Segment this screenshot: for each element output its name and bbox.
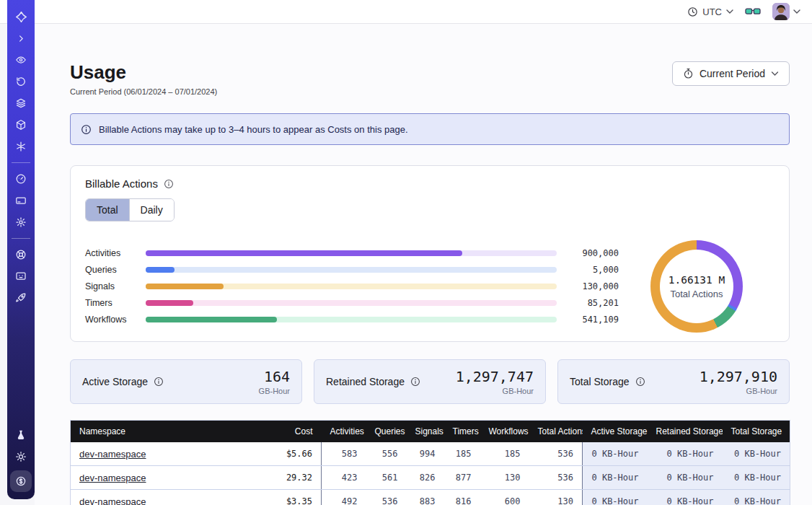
3d-glasses-icon: [745, 6, 761, 17]
cell-workflows: 600: [480, 490, 529, 505]
dollar-coin-icon[interactable]: [10, 470, 32, 492]
billable-view-tabs: Total Daily: [85, 198, 175, 221]
info-icon[interactable]: [410, 377, 420, 387]
cell-total-actions: 536: [529, 442, 583, 466]
col-total-storage: Total Storage: [723, 421, 790, 443]
bar-value: 900,000: [567, 248, 619, 258]
bar-value: 85,201: [567, 298, 619, 308]
activities-bar: [146, 250, 557, 256]
total-storage-value: 1,297,910: [700, 368, 777, 385]
table-row: dev-namespace 29.32 423 561 826 877 130 …: [71, 466, 790, 490]
namespace-link[interactable]: dev-namespace: [79, 449, 146, 460]
total-storage-unit: GB-Hour: [700, 387, 777, 395]
cell-active-storage: 0 KB-Hour: [583, 490, 648, 505]
bar-label: Activities: [85, 248, 136, 258]
namespace-link[interactable]: dev-namespace: [79, 473, 146, 483]
cell-retained-storage: 0 KB-Hour: [648, 466, 723, 490]
table-header-row: Namespace Cost Activities Queries Signal…: [71, 421, 790, 443]
bar-label: Workflows: [85, 315, 136, 325]
bar-row-timers: Timers 85,201: [85, 298, 619, 308]
cube-icon[interactable]: [11, 115, 31, 134]
cell-timers: 816: [444, 490, 480, 505]
stopwatch-icon: [683, 68, 694, 79]
cell-total-actions: 130: [529, 490, 583, 505]
left-nav: [7, 0, 35, 499]
col-workflows: Workflows: [480, 421, 529, 443]
chevron-down-icon: [793, 9, 800, 14]
avatar: [772, 3, 790, 20]
timezone-label: UTC: [702, 6, 722, 17]
cell-workflows: 185: [480, 442, 529, 466]
col-total-actions: Total Actions: [529, 421, 583, 443]
eye-icon[interactable]: [11, 50, 31, 69]
credit-card-icon[interactable]: [11, 191, 31, 210]
cell-workflows: 130: [480, 466, 529, 490]
bar-value: 541,109: [567, 315, 619, 325]
cell-signals: 883: [407, 490, 444, 505]
namespace-usage-table: Namespace Cost Activities Queries Signal…: [70, 420, 790, 505]
cell-namespace: dev-namespace: [71, 442, 273, 466]
donut-total-label: Total Actions: [671, 289, 723, 299]
cell-queries: 536: [366, 490, 407, 505]
tab-total[interactable]: Total: [86, 199, 129, 221]
asterisk-icon[interactable]: [11, 137, 31, 156]
bar-row-workflows: Workflows 541,109: [85, 315, 619, 325]
feedback-glasses-button[interactable]: [745, 6, 761, 17]
rocket-icon[interactable]: [11, 289, 31, 307]
page-header: Usage Current Period (06/01/2024 – 07/01…: [70, 61, 790, 96]
gear-icon[interactable]: [11, 213, 31, 232]
gauge-icon[interactable]: [11, 170, 31, 188]
signals-bar: [146, 284, 557, 289]
active-storage-card: Active Storage 164 GB-Hour: [70, 359, 302, 404]
cell-total-storage: 0 KB-Hour: [723, 466, 790, 490]
active-storage-unit: GB-Hour: [259, 387, 290, 395]
col-activities: Activities: [322, 421, 366, 443]
cell-timers: 877: [444, 466, 480, 490]
info-icon[interactable]: [154, 377, 164, 387]
col-cost: Cost: [273, 421, 322, 443]
lifebuoy-icon[interactable]: [11, 245, 31, 264]
main-content: Usage Current Period (06/01/2024 – 07/01…: [35, 24, 812, 505]
col-active-storage: Active Storage: [583, 421, 648, 443]
cell-retained-storage: 0 KB-Hour: [648, 442, 723, 466]
cell-activities: 492: [322, 490, 366, 505]
timezone-dropdown[interactable]: UTC: [687, 6, 733, 17]
cell-active-storage: 0 KB-Hour: [583, 442, 648, 466]
layers-icon[interactable]: [11, 94, 31, 113]
bar-label: Signals: [85, 281, 136, 291]
cell-retained-storage: 0 KB-Hour: [648, 490, 723, 505]
cell-activities: 583: [322, 442, 366, 466]
history-icon[interactable]: [11, 72, 31, 91]
monitor-face-icon[interactable]: [11, 267, 31, 286]
namespace-link[interactable]: dev-namespace: [79, 496, 146, 505]
temporal-logo-icon[interactable]: [11, 7, 31, 26]
retained-storage-card: Retained Storage 1,297,747 GB-Hour: [314, 359, 546, 404]
bar-value: 130,000: [567, 281, 619, 291]
storage-summary: Active Storage 164 GB-Hour Retained Stor…: [70, 359, 790, 404]
sun-icon[interactable]: [11, 447, 31, 466]
retained-storage-unit: GB-Hour: [456, 387, 534, 395]
info-banner-text: Billable Actions may take up to 3–4 hour…: [99, 124, 408, 135]
chevron-right-icon[interactable]: [11, 29, 31, 48]
info-icon[interactable]: [164, 179, 174, 189]
col-namespace: Namespace: [71, 421, 273, 443]
flask-icon[interactable]: [11, 426, 31, 444]
col-retained-storage: Retained Storage: [648, 421, 723, 443]
bar-value: 5,000: [567, 265, 619, 275]
total-storage-label: Total Storage: [570, 376, 630, 387]
retained-storage-value: 1,297,747: [456, 368, 534, 385]
period-selector-label: Current Period: [700, 68, 765, 79]
col-signals: Signals: [407, 421, 444, 443]
page-title: Usage: [70, 61, 217, 83]
account-menu[interactable]: [772, 3, 800, 20]
bar-label: Queries: [85, 265, 136, 275]
workflows-bar: [146, 317, 557, 322]
cell-queries: 561: [366, 466, 407, 490]
tab-daily[interactable]: Daily: [129, 199, 174, 221]
cell-activities: 423: [322, 466, 366, 490]
bar-label: Timers: [85, 298, 136, 308]
info-icon[interactable]: [635, 377, 645, 387]
info-banner: Billable Actions may take up to 3–4 hour…: [70, 113, 790, 145]
cell-signals: 826: [407, 466, 444, 490]
period-selector-button[interactable]: Current Period: [672, 61, 790, 86]
